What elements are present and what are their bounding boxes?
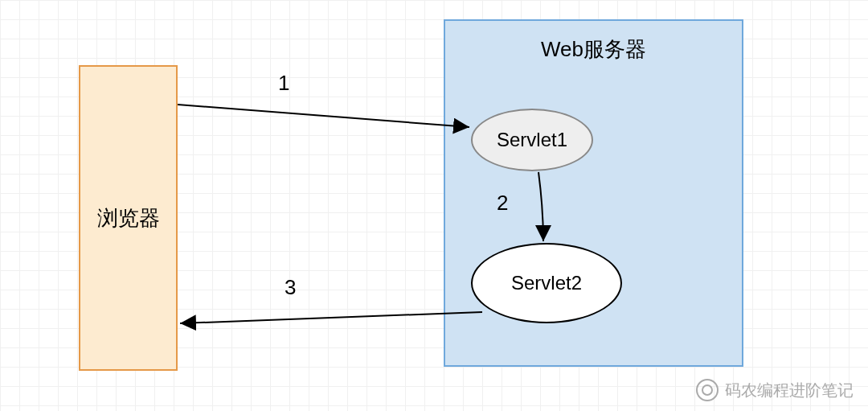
servlet1-label: Servlet1 <box>497 129 567 151</box>
browser-node: 浏览器 <box>79 65 178 371</box>
servlet2-node: Servlet2 <box>471 243 622 323</box>
watermark: 码农编程进阶笔记 <box>696 379 854 401</box>
server-title: Web服务器 <box>541 35 646 64</box>
server-container: Web服务器 <box>444 19 743 367</box>
edge-label-2: 2 <box>497 191 508 216</box>
servlet1-node: Servlet1 <box>471 109 593 171</box>
browser-label: 浏览器 <box>97 204 160 232</box>
wechat-icon <box>696 379 719 401</box>
watermark-text: 码农编程进阶笔记 <box>725 380 854 401</box>
servlet2-label: Servlet2 <box>511 272 582 294</box>
edge-3 <box>180 312 482 323</box>
edge-label-1: 1 <box>278 71 289 96</box>
edge-1 <box>178 105 469 127</box>
edge-label-3: 3 <box>285 275 296 300</box>
